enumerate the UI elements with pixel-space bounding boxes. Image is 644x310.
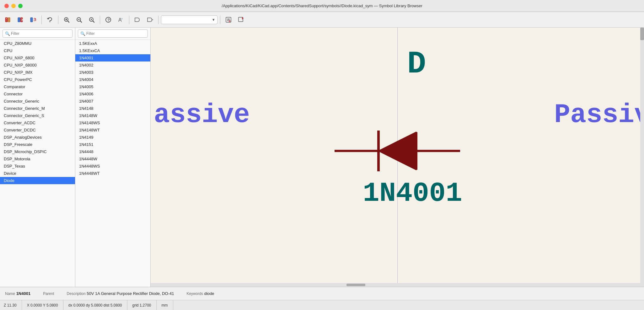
separator-6 <box>220 15 220 24</box>
symbol-list-item[interactable]: 1N4151 <box>75 141 150 148</box>
library-list-item[interactable]: DSP_AnalogDevices <box>0 134 75 141</box>
status-bar: Z 11.30 X 0.0000 Y 5.0800 dx 0.0000 dy 5… <box>0 300 644 310</box>
library-list-item[interactable]: Diode <box>0 177 75 184</box>
symbol-list-item[interactable]: 1N4148W <box>75 112 150 119</box>
library-list-item[interactable]: DSP_Texas <box>0 163 75 170</box>
svg-text:T: T <box>121 18 123 20</box>
zoom-fit-icon <box>89 17 95 23</box>
svg-rect-3 <box>18 18 20 22</box>
window-controls[interactable] <box>4 4 23 8</box>
gate-icon-button[interactable] <box>132 14 143 25</box>
symbol-list-item[interactable]: 1N4003 <box>75 69 150 76</box>
info-description-value: 50V 1A General Purpose Rectifier Diode, … <box>87 291 174 296</box>
minimize-button[interactable] <box>11 4 16 8</box>
library-search-icon: 🔍 <box>5 31 10 36</box>
status-units: mm <box>157 300 173 310</box>
library-list-item[interactable]: CPU_NXP_68000 <box>0 61 75 69</box>
svg-rect-5 <box>30 18 33 22</box>
gate2-icon <box>146 17 154 23</box>
library-list-item[interactable]: DSP_Microchip_DSPIC <box>0 148 75 155</box>
symbol-search-icon: 🔍 <box>80 31 85 36</box>
units-value: mm <box>162 303 168 307</box>
svg-rect-1 <box>8 18 10 22</box>
symbol-list-item[interactable]: 1N4002 <box>75 61 150 69</box>
symbol-list-item[interactable]: 1N4448W <box>75 155 150 163</box>
library-list-item[interactable]: Comparator <box>0 83 75 90</box>
library-list-item[interactable]: DSP_Freescale <box>0 141 75 148</box>
library-list-item[interactable]: Connector <box>0 90 75 98</box>
view-dropdown[interactable]: ▾ <box>161 15 217 24</box>
pin-button[interactable]: A T <box>115 14 126 25</box>
undo-button[interactable] <box>44 14 56 25</box>
separator-3 <box>100 15 100 24</box>
library-filter-input[interactable] <box>3 29 72 38</box>
symbol-list-item[interactable]: 1.5KExxA <box>75 40 150 47</box>
report-icon <box>225 16 232 23</box>
symbol-list-item[interactable]: 1N4149 <box>75 134 150 141</box>
library-list-item[interactable]: Connector_Generic <box>0 98 75 105</box>
library-list-item[interactable]: Converter_DCDC <box>0 126 75 134</box>
symbol-list-item[interactable]: 1N4006 <box>75 90 150 98</box>
symbol-list-item[interactable]: 1N4007 <box>75 98 150 105</box>
symbol-reference: D <box>407 46 426 82</box>
v-scrollbar-thumb[interactable] <box>640 28 644 40</box>
gate2-icon-button[interactable] <box>144 14 156 25</box>
maximize-button[interactable] <box>18 4 23 8</box>
svg-marker-29 <box>378 132 416 170</box>
separator-5 <box>158 15 158 24</box>
symbol-list-item[interactable]: 1N4148 <box>75 105 150 112</box>
symbol-filter-input[interactable] <box>78 29 148 38</box>
info-keywords-label: Keywords <box>186 291 203 296</box>
place-button[interactable] <box>235 14 247 25</box>
window-title: /Applications/KiCad/KiCad.app/Contents/S… <box>222 3 422 8</box>
h-scrollbar[interactable] <box>151 283 640 287</box>
library-list: CPU_Z80MMUCPUCPU_NXP_6800CPU_NXP_68000CP… <box>0 40 75 287</box>
symbol-filter-area: 🔍 <box>75 28 150 40</box>
v-scrollbar[interactable] <box>640 28 644 287</box>
export-button[interactable] <box>28 14 39 25</box>
library-list-item[interactable]: CPU_NXP_6800 <box>0 54 75 61</box>
library-list-item[interactable]: Connector_Generic_S <box>0 112 75 119</box>
library-list-item[interactable]: Connector_Generic_M <box>0 105 75 112</box>
report-button[interactable] <box>223 14 234 25</box>
export-icon <box>30 16 37 24</box>
library-list-item[interactable]: Device <box>0 170 75 177</box>
symbol-preview-canvas[interactable]: D assive Passiv 1N4001 <box>151 28 644 287</box>
symbol-list-item[interactable]: 1N4001 <box>75 54 150 61</box>
info-parent-label: Parent <box>43 291 54 296</box>
library-list-item[interactable]: CPU_Z80MMU <box>0 40 75 47</box>
symbol-list: 1.5KExxA1.5KExxCA1N40011N40021N40031N400… <box>75 40 150 287</box>
info-description: Description 50V 1A General Purpose Recti… <box>67 291 174 296</box>
library-list-item[interactable]: Converter_ACDC <box>0 119 75 126</box>
library-list-item[interactable]: CPU_NXP_IMX <box>0 69 75 76</box>
symbol-list-item[interactable]: 1N4004 <box>75 76 150 83</box>
symbol-list-item[interactable]: 1N4148WS <box>75 119 150 126</box>
load-sym-button[interactable] <box>15 14 26 25</box>
zoom-in-button[interactable] <box>61 14 72 25</box>
load-sym-icon <box>17 16 24 24</box>
symbol-list-item[interactable]: 1N4448WT <box>75 170 150 177</box>
info-bar: Name 1N4001 Parent Description 50V 1A Ge… <box>0 287 644 300</box>
symbol-list-item[interactable]: 1.5KExxCA <box>75 47 150 54</box>
dropdown-arrow-icon: ▾ <box>212 17 215 22</box>
pin1-label-left: assive <box>154 100 250 130</box>
h-scrollbar-thumb[interactable] <box>346 284 365 286</box>
help-icon: ? <box>105 17 111 23</box>
symbol-list-item[interactable]: 1N4148WT <box>75 126 150 134</box>
place-icon <box>238 16 244 23</box>
coords-value: X 0.0000 Y 5.0800 <box>27 303 58 307</box>
svg-text:?: ? <box>107 18 110 22</box>
library-list-item[interactable]: DSP_Motorola <box>0 155 75 163</box>
library-list-item[interactable]: CPU <box>0 47 75 54</box>
symbol-list-item[interactable]: 1N4448 <box>75 148 150 155</box>
help-button[interactable]: ? <box>103 14 114 25</box>
library-list-item[interactable]: CPU_PowerPC <box>0 76 75 83</box>
load-lib-button[interactable] <box>3 14 14 25</box>
info-description-label: Description <box>67 291 86 296</box>
pin2-label-right: Passiv <box>554 100 644 130</box>
symbol-list-item[interactable]: 1N4005 <box>75 83 150 90</box>
zoom-out-button[interactable] <box>73 14 85 25</box>
close-button[interactable] <box>4 4 9 8</box>
zoom-fit-button[interactable] <box>86 14 97 25</box>
symbol-list-item[interactable]: 1N4448WS <box>75 163 150 170</box>
